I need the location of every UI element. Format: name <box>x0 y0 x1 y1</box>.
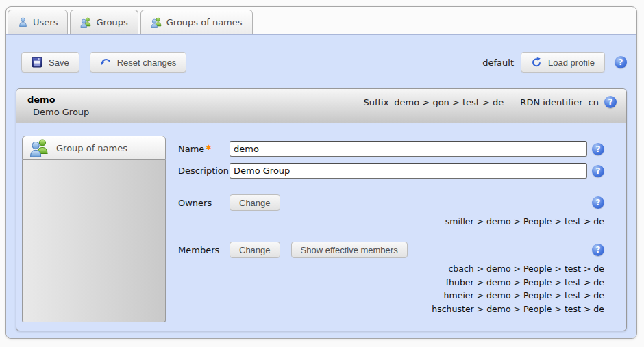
owner-dn: smiller > demo > People > test > de <box>178 216 604 228</box>
tab-label: Groups <box>96 17 127 27</box>
tab-groups-of-names[interactable]: Groups of names <box>140 10 253 34</box>
members-change-button[interactable]: Change <box>230 242 280 258</box>
members-row: Members Change Show effective members ? <box>178 242 604 258</box>
member-dn: cbach > demo > People > test > de <box>178 262 604 276</box>
profile-controls: default Load profile ? <box>482 52 627 73</box>
sidebar-panel <box>22 160 166 322</box>
main-tabbar: Users Groups <box>6 7 636 34</box>
show-effective-members-button[interactable]: Show effective members <box>291 242 408 258</box>
refresh-icon <box>531 57 542 68</box>
required-marker-icon: ✱ <box>206 144 211 151</box>
name-row: Name✱ ? <box>178 141 604 157</box>
entry-heading: demo Demo Group <box>27 94 89 123</box>
tab-users[interactable]: Users <box>8 10 68 34</box>
help-icon[interactable]: ? <box>592 244 604 256</box>
toolbar: Save Reset changes default <box>16 35 627 73</box>
help-icon[interactable]: ? <box>592 196 604 209</box>
help-icon[interactable]: ? <box>592 165 604 177</box>
help-icon[interactable]: ? <box>615 56 627 68</box>
owners-row: Owners Change ? <box>178 194 604 211</box>
member-dn: hmeier > demo > People > test > de <box>178 289 604 303</box>
group-editor-panel: demo Demo Group Suffix demo > gon > test… <box>16 88 627 331</box>
help-icon[interactable]: ? <box>604 96 617 108</box>
name-label: Name✱ <box>178 144 230 154</box>
entry-subtitle: Demo Group <box>27 106 89 118</box>
help-icon[interactable]: ? <box>592 143 604 155</box>
panel-header: demo Demo Group Suffix demo > gon > test… <box>16 89 626 123</box>
app-frame: Users Groups <box>5 6 637 339</box>
reset-changes-button[interactable]: Reset changes <box>90 52 187 73</box>
load-profile-label: Load profile <box>548 57 595 68</box>
save-button[interactable]: Save <box>21 52 79 73</box>
panel-body: Group of names Name✱ ? Description ? <box>16 123 626 322</box>
owners-list: smiller > demo > People > test > de <box>178 216 604 228</box>
sidebar-item-group-of-names[interactable]: Group of names <box>22 136 166 160</box>
entry-title: demo <box>27 94 89 106</box>
profile-name[interactable]: default <box>482 57 514 68</box>
owners-change-button[interactable]: Change <box>230 194 280 211</box>
group-icon <box>80 17 91 28</box>
description-row: Description ? <box>178 163 604 179</box>
group-form: Name✱ ? Description ? Owners Change ? <box>178 136 604 322</box>
members-list: cbach > demo > People > test > de fhuber… <box>178 262 604 316</box>
sidebar-item-label: Group of names <box>56 143 127 153</box>
tab-groups[interactable]: Groups <box>70 10 138 34</box>
name-input[interactable] <box>230 141 587 157</box>
group-icon <box>29 138 49 157</box>
undo-arrow-icon <box>100 57 111 68</box>
tab-content: Save Reset changes default <box>6 34 636 338</box>
description-input[interactable] <box>230 163 587 179</box>
owners-label: Owners <box>178 198 230 208</box>
tab-label: Users <box>33 17 58 27</box>
group-icon <box>151 17 162 28</box>
description-label: Description <box>178 166 230 176</box>
rdn-identifier-label: RDN identifier <box>520 97 582 107</box>
member-dn: hschuster > demo > People > test > de <box>178 303 604 316</box>
suffix-value[interactable]: demo > gon > test > de <box>394 97 504 107</box>
save-icon <box>32 57 42 68</box>
load-profile-button[interactable]: Load profile <box>521 52 605 73</box>
suffix-label: Suffix <box>364 97 389 107</box>
reset-changes-label: Reset changes <box>117 57 177 68</box>
member-dn: fhuber > demo > People > test > de <box>178 276 604 290</box>
members-label: Members <box>178 245 230 255</box>
rdn-identifier-value[interactable]: cn <box>589 97 599 107</box>
save-label: Save <box>49 57 69 68</box>
tab-label: Groups of names <box>166 17 243 27</box>
module-sidebar: Group of names <box>22 136 166 322</box>
user-icon <box>18 17 28 27</box>
suffix-rdn-bar: Suffix demo > gon > test > de RDN identi… <box>364 94 617 110</box>
